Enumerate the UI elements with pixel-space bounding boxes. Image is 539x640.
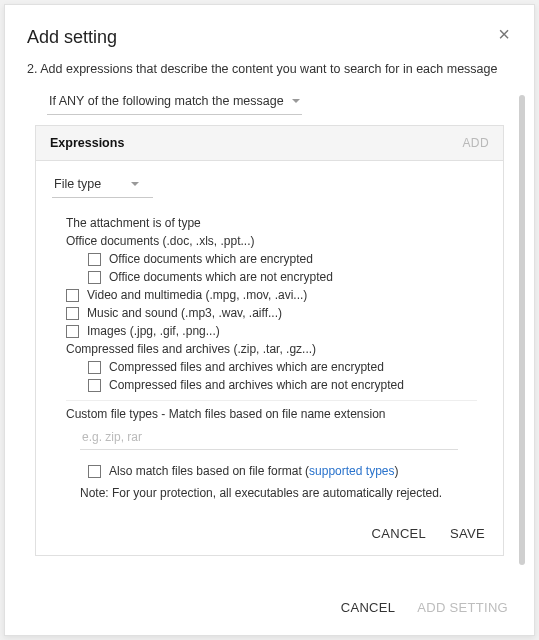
dialog-actions: CANCEL ADD SETTING	[5, 600, 534, 635]
attachment-intro: The attachment is of type	[66, 216, 477, 230]
expression-body: File type The attachment is of type Offi…	[36, 161, 503, 510]
checkbox-icon[interactable]	[88, 253, 101, 266]
checkbox-icon[interactable]	[66, 289, 79, 302]
office-not-encrypted-option[interactable]: Office documents which are not encrypted	[88, 270, 477, 284]
checkbox-icon[interactable]	[88, 361, 101, 374]
checkbox-label: Music and sound (.mp3, .wav, .aiff...)	[87, 306, 282, 320]
dialog-header: Add setting ×	[5, 5, 534, 62]
close-icon[interactable]: ×	[496, 27, 512, 41]
dialog-title: Add setting	[27, 27, 117, 48]
also-match-format-option[interactable]: Also match files based on file format (s…	[66, 464, 477, 478]
custom-types-title: Custom file types - Match files based on…	[66, 407, 477, 421]
executables-note: Note: For your protection, all executabl…	[80, 486, 477, 500]
office-encrypted-option[interactable]: Office documents which are encrypted	[88, 252, 477, 266]
checkbox-icon[interactable]	[88, 271, 101, 284]
chevron-down-icon	[292, 99, 300, 103]
expressions-title: Expressions	[50, 136, 124, 150]
custom-extension-input[interactable]	[80, 425, 458, 450]
checkbox-label: Images (.jpg, .gif, .png...)	[87, 324, 220, 338]
video-option[interactable]: Video and multimedia (.mpg, .mov, .avi..…	[66, 288, 477, 302]
add-setting-dialog: Add setting × 2. Add expressions that de…	[4, 4, 535, 636]
chevron-down-icon	[131, 182, 139, 186]
scrollbar-thumb[interactable]	[519, 95, 525, 565]
expressions-header: Expressions ADD	[36, 126, 503, 161]
expression-cancel-button[interactable]: CANCEL	[372, 526, 427, 541]
expression-editor-card: Expressions ADD File type The attachment…	[35, 125, 504, 556]
step-instruction: 2. Add expressions that describe the con…	[5, 62, 534, 82]
divider	[66, 400, 477, 401]
step-text: Add expressions that describe the conten…	[40, 62, 497, 76]
checkbox-icon[interactable]	[66, 307, 79, 320]
compressed-not-encrypted-option[interactable]: Compressed files and archives which are …	[88, 378, 477, 392]
checkbox-label: Also match files based on file format (s…	[109, 464, 398, 478]
expression-actions: CANCEL SAVE	[36, 510, 503, 555]
checkbox-label: Office documents which are encrypted	[109, 252, 313, 266]
music-option[interactable]: Music and sound (.mp3, .wav, .aiff...)	[66, 306, 477, 320]
office-group-title: Office documents (.doc, .xls, .ppt...)	[66, 234, 477, 248]
supported-types-link[interactable]: supported types	[309, 464, 394, 478]
match-mode-label: If ANY of the following match the messag…	[49, 94, 284, 108]
step-number: 2.	[27, 62, 37, 76]
checkbox-icon[interactable]	[66, 325, 79, 338]
checkbox-label: Compressed files and archives which are …	[109, 360, 384, 374]
checkbox-label: Compressed files and archives which are …	[109, 378, 404, 392]
checkbox-label: Video and multimedia (.mpg, .mov, .avi..…	[87, 288, 307, 302]
images-option[interactable]: Images (.jpg, .gif, .png...)	[66, 324, 477, 338]
checkbox-icon[interactable]	[88, 465, 101, 478]
checkbox-label: Office documents which are not encrypted	[109, 270, 333, 284]
expression-type-label: File type	[54, 177, 101, 191]
add-expression-button[interactable]: ADD	[462, 136, 489, 150]
compressed-encrypted-option[interactable]: Compressed files and archives which are …	[88, 360, 477, 374]
match-mode-dropdown[interactable]: If ANY of the following match the messag…	[47, 90, 302, 115]
expression-type-dropdown[interactable]: File type	[52, 173, 153, 198]
dialog-cancel-button[interactable]: CANCEL	[341, 600, 396, 615]
add-setting-button[interactable]: ADD SETTING	[417, 600, 508, 615]
checkbox-icon[interactable]	[88, 379, 101, 392]
expression-save-button[interactable]: SAVE	[450, 526, 485, 541]
compressed-group-title: Compressed files and archives (.zip, .ta…	[66, 342, 477, 356]
